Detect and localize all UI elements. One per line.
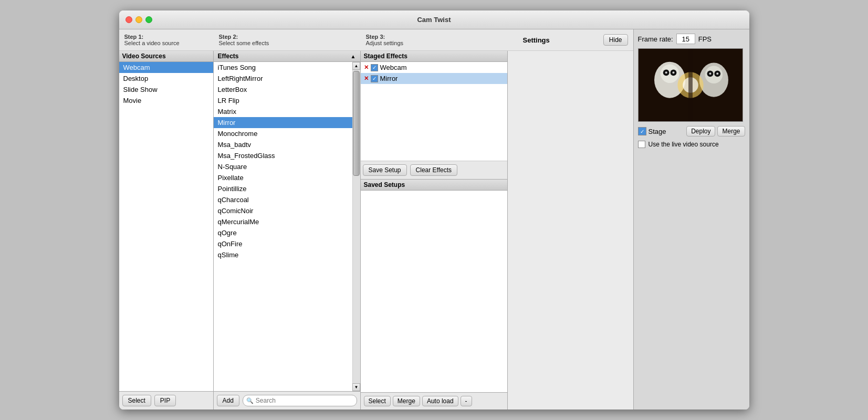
main-window: Cam Twist Step 1: Select a video source … [119,10,749,410]
live-video-row: Use the live video source [638,141,745,148]
svg-rect-15 [688,49,693,121]
stage-checkbox-wrap[interactable]: ✓ Stage [638,127,666,135]
settings-content-area [508,51,633,410]
steps-row: Step 1: Select a video source Step 2: Se… [119,29,633,51]
stage-label: Stage [649,128,666,135]
staged-top: Staged Effects ✕ ✓ Webcam ✕ [361,51,507,161]
list-item[interactable]: Mirror [214,117,352,128]
staged-checkbox[interactable]: ✓ [371,64,378,71]
list-item[interactable]: Movie [119,95,213,106]
frame-rate-label: Frame rate: [638,35,673,43]
maximize-button[interactable] [145,16,152,23]
video-sources-list[interactable]: Webcam Desktop Slide Show Movie [119,62,213,391]
staged-item[interactable]: ✕ ✓ Webcam [361,62,507,73]
list-item[interactable]: Matrix [214,106,352,117]
staged-item[interactable]: ✕ ✓ Mirror [361,73,507,84]
auto-load-button[interactable]: Auto load [422,396,458,406]
live-video-label: Use the live video source [649,141,719,148]
list-item[interactable]: iTunes Song [214,62,352,73]
fps-label: FPS [698,35,712,43]
select-staged-button[interactable]: Select [364,396,391,406]
sort-arrow-icon: ▲ [351,54,356,59]
saved-setups-content [361,191,507,392]
settings-section: Settings Hide [523,34,628,46]
save-setup-button[interactable]: Save Setup [363,164,407,176]
main-content: Step 1: Select a video source Step 2: Se… [119,29,749,410]
svg-point-12 [716,72,718,75]
list-item[interactable]: LetterBox [214,84,352,95]
stage-checkbox[interactable]: ✓ [638,127,646,135]
stage-deploy-merge: Deploy Merge [686,126,745,136]
left-panel: Step 1: Select a video source Step 2: Se… [119,29,634,410]
list-item[interactable]: LeftRightMirror [214,73,352,84]
staged-header: Staged Effects [361,51,507,62]
svg-point-11 [709,72,711,75]
step2-sublabel: Select some effects [219,40,366,46]
effects-scrollbar[interactable]: ▲ ▼ [352,62,360,391]
list-item[interactable]: qMercurialMe [214,216,352,227]
merge-button[interactable]: Merge [717,126,745,136]
merge-staged-button[interactable]: Merge [393,396,420,406]
clear-effects-button[interactable]: Clear Effects [410,164,457,176]
search-box[interactable]: 🔍 [243,395,357,406]
list-item[interactable]: Webcam [119,62,213,73]
list-item[interactable]: Msa_badtv [214,139,352,150]
right-panel: Frame rate: FPS [634,29,749,410]
scroll-thumb[interactable] [353,71,360,176]
step1-sublabel: Select a video source [124,40,219,46]
staged-checkbox[interactable]: ✓ [371,75,378,82]
effects-header: Effects ▲ [214,51,360,62]
list-item[interactable]: qComicNoir [214,205,352,216]
preview-image [638,48,743,122]
list-item[interactable]: qOnFire [214,238,352,249]
video-sources-panel: Video Sources Webcam Desktop Slide Show … [119,51,214,410]
search-input[interactable] [256,397,353,404]
list-item[interactable]: LR Flip [214,95,352,106]
step3-sublabel: Adjust settings [366,40,523,46]
effects-bottom-buttons: Add 🔍 [214,391,360,410]
video-sources-buttons: Select PIP [119,391,213,410]
scroll-down-arrow[interactable]: ▼ [352,383,360,391]
svg-point-6 [672,71,674,74]
settings-header: Settings [523,36,550,44]
deploy-button[interactable]: Deploy [686,126,715,136]
pip-button[interactable]: PIP [154,395,176,406]
staged-item-name: Mirror [380,75,398,82]
staged-bottom-buttons: Select Merge Auto load - [361,392,507,410]
saved-setups-header: Saved Setups [361,179,507,191]
list-item[interactable]: qSlime [214,249,352,260]
minus-button[interactable]: - [461,396,472,406]
titlebar: Cam Twist [119,10,749,29]
effects-list[interactable]: iTunes Song LeftRightMirror LetterBox LR… [214,62,352,391]
list-item[interactable]: qOgre [214,227,352,238]
video-sources-header: Video Sources [119,51,213,62]
staged-item-name: Webcam [380,64,407,71]
list-item[interactable]: Slide Show [119,84,213,95]
svg-point-5 [665,71,667,74]
remove-staged-icon[interactable]: ✕ [364,75,369,82]
list-item[interactable]: Msa_FrostedGlass [214,150,352,161]
video-sources-title: Video Sources [122,52,166,60]
preview-svg [639,49,742,121]
close-button[interactable] [126,16,132,23]
remove-staged-icon[interactable]: ✕ [364,64,369,71]
hide-button[interactable]: Hide [603,34,628,46]
list-item[interactable]: Desktop [119,73,213,84]
live-video-checkbox[interactable] [638,141,645,148]
frame-rate-input[interactable] [676,34,695,44]
effects-title: Effects [218,52,239,60]
list-item[interactable]: qCharcoal [214,194,352,205]
list-item[interactable]: Pixellate [214,172,352,183]
minimize-button[interactable] [135,16,142,23]
frame-rate-row: Frame rate: FPS [638,34,745,44]
effects-list-container: iTunes Song LeftRightMirror LetterBox LR… [214,62,360,391]
list-item[interactable]: Pointillize [214,183,352,194]
add-effect-button[interactable]: Add [217,395,239,406]
staged-list-area[interactable]: ✕ ✓ Webcam ✕ ✓ Mirror [361,62,507,161]
step3-section: Step 3: Adjust settings [366,34,523,46]
list-item[interactable]: Monochrome [214,128,352,139]
select-source-button[interactable]: Select [122,395,151,406]
list-item[interactable]: N-Square [214,161,352,172]
step1-section: Step 1: Select a video source [124,34,219,46]
scroll-up-arrow[interactable]: ▲ [352,62,360,70]
